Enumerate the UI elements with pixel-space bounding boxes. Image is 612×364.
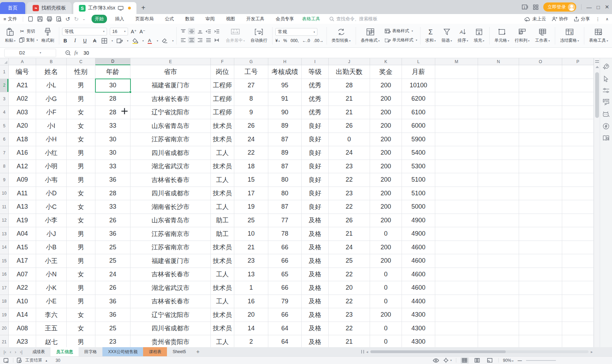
cell-M7[interactable]: [435, 146, 478, 160]
column-header-A[interactable]: A: [9, 58, 36, 65]
cell-A19[interactable]: A14: [9, 308, 36, 322]
cell-B15[interactable]: 小王: [36, 254, 67, 268]
cell-C6[interactable]: 女: [67, 133, 95, 147]
cell-P5[interactable]: [562, 119, 594, 133]
cell-D20[interactable]: 25: [95, 322, 130, 336]
menu-tab-插入[interactable]: 插入: [112, 15, 127, 23]
cell-I15[interactable]: 及格: [302, 254, 329, 268]
cell-B8[interactable]: 小明: [36, 160, 67, 174]
cell-M12[interactable]: [435, 214, 478, 228]
cell-G3[interactable]: 8: [234, 92, 268, 106]
cell-M15[interactable]: [435, 254, 478, 268]
cell-P3[interactable]: [562, 92, 594, 106]
cell-B17[interactable]: 小K: [36, 281, 67, 295]
cell-F8[interactable]: 技术员: [211, 160, 234, 174]
cell-H13[interactable]: 78: [268, 227, 302, 241]
cell-B20[interactable]: 王五: [36, 322, 67, 336]
row-header-14[interactable]: 14: [0, 241, 9, 255]
cell-P11[interactable]: [562, 200, 594, 214]
cell-H14[interactable]: 66: [268, 241, 302, 255]
cell-P12[interactable]: [562, 214, 594, 228]
cell-L9[interactable]: 5100: [402, 173, 435, 187]
cell-F2[interactable]: 工程师: [211, 79, 234, 93]
cell-I17[interactable]: 及格: [302, 281, 329, 295]
cell-E2[interactable]: 福建省厦门市: [130, 79, 211, 93]
cell-J6[interactable]: 0: [329, 133, 370, 147]
templates-tab[interactable]: ❧ 找稻壳模板: [27, 2, 72, 14]
cell-A15[interactable]: A17: [9, 254, 36, 268]
cell-F18[interactable]: 工人: [211, 295, 234, 309]
cell-A14[interactable]: A15: [9, 241, 36, 255]
cell-L19[interactable]: 4300: [402, 308, 435, 322]
cell-K8[interactable]: 200: [370, 160, 402, 174]
last-sheet-icon[interactable]: ›|: [20, 349, 22, 355]
cell-C17[interactable]: 男: [67, 281, 95, 295]
page-break-view-button[interactable]: [486, 357, 494, 364]
column-header-D[interactable]: D: [95, 58, 130, 65]
zoom-slider[interactable]: [526, 360, 556, 361]
cell-J5[interactable]: 26: [329, 119, 370, 133]
cell-C3[interactable]: 男: [67, 92, 95, 106]
worksheet-button[interactable]: 工作表▾: [533, 27, 552, 44]
cell-M3[interactable]: [435, 92, 478, 106]
cell-L15[interactable]: 4600: [402, 254, 435, 268]
column-header-K[interactable]: K: [370, 58, 402, 65]
cell-J14[interactable]: 24: [329, 241, 370, 255]
collaborate-button[interactable]: 协作: [552, 16, 568, 22]
cell-A12[interactable]: A19: [9, 214, 36, 228]
cell-H8[interactable]: 87: [268, 160, 302, 174]
cell-C11[interactable]: 女: [67, 200, 95, 214]
type-convert-button[interactable]: 类型转换▾: [330, 27, 353, 44]
next-sheet-icon[interactable]: ›: [15, 349, 16, 355]
cell-K18[interactable]: 0: [370, 295, 402, 309]
cell-B13[interactable]: 小J: [36, 227, 67, 241]
cell-H6[interactable]: 87: [268, 133, 302, 147]
print-icon[interactable]: [47, 16, 52, 22]
cell-H16[interactable]: 65: [268, 268, 302, 282]
cell-K5[interactable]: 200: [370, 119, 402, 133]
cell-L1[interactable]: 月薪: [402, 65, 435, 79]
scroll-right-icon[interactable]: ▸: [591, 350, 593, 353]
table-tools-context-tab[interactable]: 表格工具: [302, 16, 320, 22]
cell-B6[interactable]: 小H: [36, 133, 67, 147]
cell-H21[interactable]: 64: [268, 335, 302, 347]
cell-I13[interactable]: 及格: [302, 227, 329, 241]
cell-O13[interactable]: [519, 227, 562, 241]
cell-L10[interactable]: 5100: [402, 187, 435, 201]
cell-M8[interactable]: [435, 160, 478, 174]
row-header-16[interactable]: 16: [0, 268, 9, 282]
cell-P18[interactable]: [562, 295, 594, 309]
cell-O18[interactable]: [519, 295, 562, 309]
recalculate-button[interactable]: ▾: [443, 358, 452, 363]
cell-P21[interactable]: [562, 335, 594, 347]
cell-A13[interactable]: A04: [9, 227, 36, 241]
cell-H17[interactable]: 66: [268, 281, 302, 295]
row-header-9[interactable]: 9: [0, 173, 9, 187]
cell-A3[interactable]: A02: [9, 92, 36, 106]
cell-B14[interactable]: 小B: [36, 241, 67, 255]
cell-A4[interactable]: A03: [9, 106, 36, 120]
cell-I7[interactable]: 良好: [302, 146, 329, 160]
cell-M18[interactable]: [435, 295, 478, 309]
cell-G20[interactable]: 14: [234, 322, 268, 336]
cell-G10[interactable]: 17: [234, 187, 268, 201]
cell-J2[interactable]: 28: [329, 79, 370, 93]
cell-D13[interactable]: 36: [95, 227, 130, 241]
cell-I14[interactable]: 及格: [302, 241, 329, 255]
menu-tab-视图[interactable]: 视图: [223, 15, 238, 23]
cell-J7[interactable]: 24: [329, 146, 370, 160]
cell-C5[interactable]: 女: [67, 119, 95, 133]
cell-A1[interactable]: 编号: [9, 65, 36, 79]
cell-J20[interactable]: 22: [329, 322, 370, 336]
cell-L8[interactable]: 5300: [402, 160, 435, 174]
cell-H11[interactable]: 87: [268, 200, 302, 214]
cell-B3[interactable]: 小G: [36, 92, 67, 106]
cell-N20[interactable]: [478, 322, 519, 336]
sheet-tab-Sheet5[interactable]: Sheet5: [167, 347, 191, 356]
sort-button[interactable]: A 排序▾: [456, 27, 470, 44]
cell-D6[interactable]: 30: [95, 133, 130, 147]
cell-I20[interactable]: 及格: [302, 322, 329, 336]
fill-button[interactable]: 填充▾: [472, 27, 486, 44]
cell-O14[interactable]: [519, 241, 562, 255]
cell-K3[interactable]: 200: [370, 92, 402, 106]
